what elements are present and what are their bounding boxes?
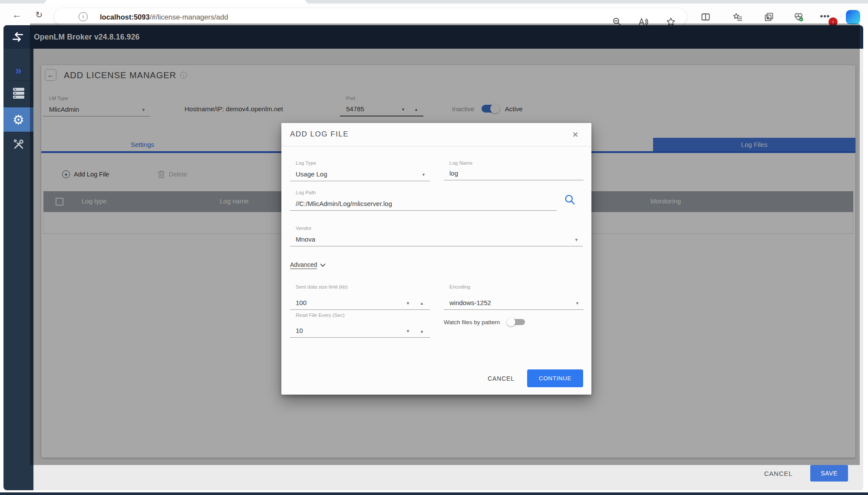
openlm-logo-icon[interactable] [11, 31, 24, 43]
encoding-label: Encoding [449, 284, 470, 289]
chevron-down-icon[interactable]: ▼ [422, 173, 426, 177]
dialog-cancel-button[interactable]: CANCEL [481, 372, 521, 385]
sidebar: » ⚙ [3, 49, 33, 490]
dialog-title: ADD LOG FILE [290, 130, 349, 139]
favorites-bar-icon[interactable] [732, 12, 743, 22]
read-file-every-label: Read File Every (Sec) [296, 312, 344, 318]
sidebar-divider [6, 80, 31, 81]
add-log-file-dialog: ADD LOG FILE ✕ Log Type Usage Log ▼ Log … [281, 123, 591, 395]
sidebar-item-license-servers[interactable] [3, 85, 33, 101]
window-bottom-edge [0, 492, 868, 495]
gear-icon: ⚙ [13, 112, 24, 127]
watch-files-label: Watch files by pattern [444, 319, 500, 326]
increment-icon[interactable]: ▲ [420, 301, 424, 306]
split-screen-icon[interactable] [700, 12, 711, 22]
browse-log-path-button[interactable] [564, 193, 576, 206]
watch-files-toggle[interactable] [507, 317, 526, 327]
read-file-every-field[interactable]: Read File Every (Sec) 10 ▼ ▲ [290, 310, 430, 338]
log-path-value: //C:/MlicAdmin/Log/mlicserver.log [296, 200, 392, 207]
browser-tab-strip [0, 0, 868, 3]
servers-icon [12, 87, 25, 99]
chevron-down-icon[interactable]: ▼ [574, 238, 578, 242]
log-path-label: Log Path [296, 190, 316, 195]
close-icon[interactable]: ✕ [569, 128, 582, 141]
dialog-continue-button[interactable]: CONTINUE [527, 369, 583, 387]
vendor-field[interactable]: Vendor Mnova ▼ [290, 223, 583, 246]
log-name-field[interactable]: Log Name log [444, 158, 584, 180]
address-bar[interactable]: i localhost:5093/#/license-managers/add [54, 8, 686, 26]
vendor-value: Mnova [296, 236, 315, 243]
decrement-icon[interactable]: ▼ [406, 329, 410, 333]
browser-active-tab[interactable] [45, 0, 307, 3]
advanced-label: Advanced [290, 261, 317, 269]
screen: ← ↻ i localhost:5093/#/license-managers/… [0, 0, 868, 495]
watch-files-row: Watch files by pattern [444, 315, 526, 329]
copilot-icon[interactable] [846, 10, 860, 24]
read-file-every-value: 10 [296, 327, 303, 334]
browser-essentials-icon[interactable] [793, 12, 804, 22]
encoding-value: windows-1252 [449, 299, 491, 306]
vendor-label: Vendor [296, 226, 311, 231]
site-info-icon[interactable]: i [79, 12, 88, 21]
chevron-down-icon [320, 263, 326, 267]
url-text[interactable]: localhost:5093/#/license-managers/add [100, 12, 228, 22]
decrement-icon[interactable]: ▼ [406, 301, 410, 306]
url-host: localhost:5093 [100, 13, 150, 21]
log-name-label: Log Name [449, 160, 472, 166]
browser-toolbar: ← ↻ i localhost:5093/#/license-managers/… [0, 3, 868, 25]
url-path: /#/license-managers/add [150, 13, 228, 21]
encoding-field[interactable]: Encoding windows-1252 ▼ [444, 282, 584, 310]
collections-icon[interactable] [763, 12, 775, 22]
sidebar-item-settings-active[interactable]: ⚙ [3, 107, 33, 132]
log-type-label: Log Type [296, 160, 316, 166]
chevron-down-icon[interactable]: ▼ [575, 301, 579, 306]
dialog-header: ADD LOG FILE ✕ [281, 123, 591, 146]
tools-icon [13, 138, 25, 150]
sent-data-limit-field[interactable]: Sent data size limit (kb) 100 ▼ ▲ [290, 282, 430, 310]
sidebar-item-tools[interactable] [3, 136, 33, 153]
log-type-field[interactable]: Log Type Usage Log ▼ [290, 158, 430, 181]
log-type-value: Usage Log [296, 170, 327, 178]
search-icon [564, 193, 576, 206]
increment-icon[interactable]: ▲ [420, 329, 424, 333]
browser-refresh-icon[interactable]: ↻ [33, 9, 45, 21]
log-name-value: log [449, 169, 458, 177]
sent-data-limit-label: Sent data size limit (kb) [296, 284, 348, 289]
sent-data-limit-value: 100 [296, 299, 307, 306]
advanced-toggle[interactable]: Advanced [290, 260, 326, 270]
log-path-field[interactable]: Log Path //C:/MlicAdmin/Log/mlicserver.l… [290, 187, 557, 211]
page-save-button[interactable]: SAVE [810, 465, 848, 482]
browser-back-icon[interactable]: ← [11, 9, 23, 21]
sidebar-expand-chevrons-icon[interactable]: » [3, 61, 33, 80]
page-cancel-button[interactable]: CANCEL [758, 468, 799, 479]
toggle-knob [507, 318, 515, 326]
